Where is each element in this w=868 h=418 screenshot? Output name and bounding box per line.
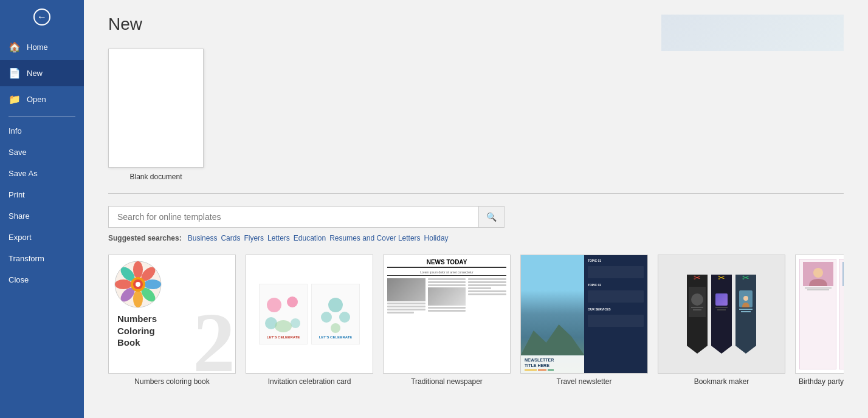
travel-section-3 <box>588 315 644 327</box>
search-input[interactable] <box>108 206 479 228</box>
birthday-text-1 <box>805 287 832 289</box>
np-text-8 <box>428 307 466 309</box>
template-invitation-card[interactable]: LET'S CELEBRATE LET'S CELEBRATE <box>246 255 373 386</box>
suggested-resumes[interactable]: Resumes and Cover Letters <box>329 234 420 242</box>
sidebar-item-open[interactable]: 📁 Open <box>0 86 84 112</box>
bookmark-ribbon-3: ✂ <box>742 273 749 283</box>
newspaper-headline: NEWS TODAY <box>387 259 506 268</box>
template-label-birthday: Birthday party invitatio... <box>795 377 844 386</box>
travel-topic-2: TOPIC 02 <box>588 283 644 287</box>
template-thumb-travel: NEWSLETTERTITLE HERE TOPIC 01 <box>520 255 648 374</box>
np-text-5 <box>428 278 466 280</box>
newspaper-columns <box>387 278 506 315</box>
travel-mountain-bg: NEWSLETTERTITLE HERE <box>521 255 584 373</box>
template-birthday-invitation[interactable]: Birthday party invitatio... <box>795 255 844 386</box>
svg-point-16 <box>275 320 292 332</box>
sidebar-item-transform[interactable]: Transform <box>0 248 84 269</box>
birthday-photo-2 <box>842 262 844 286</box>
bookmark-photo-2 <box>715 293 728 306</box>
newspaper-col-1 <box>387 278 425 315</box>
bookmark-1: ✂ <box>687 275 708 354</box>
birthday-photo-1 <box>803 262 833 286</box>
newspaper-subheader: Lorem ipsum dolor sit amet consectetur <box>387 270 506 276</box>
travel-right-panel: TOPIC 01 TOPIC 02 OUR SERVICES <box>584 255 647 373</box>
travel-services: OUR SERVICES <box>588 307 644 311</box>
search-container: 🔍 <box>108 206 844 228</box>
svg-point-5 <box>133 290 143 307</box>
search-button[interactable]: 🔍 <box>479 206 505 228</box>
blank-document-label: Blank document <box>108 173 204 181</box>
sidebar-top-nav: 🏠 Home 📄 New 📁 Open <box>0 34 84 112</box>
invite-text-right: LET'S CELEBRATE <box>319 335 353 339</box>
template-label-invitation: Invitation celebration card <box>246 377 373 386</box>
newspaper-preview: NEWS TODAY Lorem ipsum dolor sit amet co… <box>384 255 510 373</box>
template-numbers-coloring-book[interactable]: NumbersColoringBook 2 Numbers coloring b… <box>108 255 236 386</box>
np-text-15 <box>468 293 506 295</box>
suggested-letters[interactable]: Letters <box>267 234 290 242</box>
travel-title-text: NEWSLETTERTITLE HERE <box>525 358 580 368</box>
home-icon: 🏠 <box>9 41 21 53</box>
sidebar-item-export[interactable]: Export <box>0 227 84 248</box>
suggested-business[interactable]: Business <box>188 234 218 242</box>
blank-document-thumbnail[interactable] <box>108 49 204 168</box>
bookmark-photo-area-3 <box>737 283 754 320</box>
mountain-icon <box>521 318 584 355</box>
suggested-searches: Suggested searches: Business Cards Flyer… <box>108 234 844 242</box>
open-folder-icon: 📁 <box>9 94 21 105</box>
np-text-2 <box>387 306 425 307</box>
sidebar-item-print[interactable]: Print <box>0 184 84 205</box>
sidebar-item-close[interactable]: Close <box>0 269 84 290</box>
travel-line-3 <box>548 369 554 371</box>
sidebar-item-home[interactable]: 🏠 Home <box>0 34 84 60</box>
template-thumb-invitation: LET'S CELEBRATE LET'S CELEBRATE <box>246 255 373 374</box>
svg-point-19 <box>339 312 350 323</box>
svg-rect-25 <box>842 262 844 286</box>
sidebar-item-save-as[interactable]: Save As <box>0 163 84 184</box>
newspaper-img-2 <box>428 287 466 306</box>
main-header: New <box>108 15 844 34</box>
travel-decorative-lines <box>525 369 580 371</box>
sidebar-item-info[interactable]: Info <box>0 120 84 142</box>
np-text-13 <box>468 287 491 289</box>
template-bookmark-maker[interactable]: ✂ ✂ <box>658 255 785 386</box>
birthday-photo-icon <box>803 262 833 286</box>
suggested-education[interactable]: Education <box>294 234 326 242</box>
bookmark-photo-area-1 <box>689 287 706 317</box>
back-button[interactable]: ← <box>0 0 84 34</box>
bookmark-photo-fill-2 <box>715 293 728 306</box>
invite-card-right: LET'S CELEBRATE <box>311 284 360 344</box>
birthday-preview <box>796 255 844 373</box>
travel-section-1 <box>588 266 644 278</box>
template-label-numbers: Numbers coloring book <box>108 377 236 386</box>
sidebar-item-save[interactable]: Save <box>0 142 84 163</box>
template-label-newspaper: Traditional newspaper <box>383 377 511 386</box>
svg-point-1 <box>133 261 143 278</box>
template-label-bookmark: Bookmark maker <box>658 377 785 386</box>
svg-point-12 <box>267 298 281 312</box>
template-thumb-newspaper: NEWS TODAY Lorem ipsum dolor sit amet co… <box>383 255 511 374</box>
svg-marker-21 <box>521 324 584 355</box>
bookmark-photo-circle-1 <box>691 293 703 306</box>
sidebar-item-new-label: New <box>27 69 43 78</box>
svg-point-20 <box>331 323 340 333</box>
person-icon <box>741 295 751 307</box>
sidebar-item-share[interactable]: Share <box>0 205 84 227</box>
bookmark-text-6 <box>741 311 751 312</box>
section-divider <box>108 193 844 194</box>
svg-point-11 <box>136 282 140 287</box>
suggested-flyers[interactable]: Flyers <box>244 234 264 242</box>
birthday-text-2 <box>807 289 829 290</box>
travel-line-1 <box>525 369 537 371</box>
invite-floral-right <box>314 293 357 335</box>
bookmark-photo-area-2 <box>713 287 730 317</box>
svg-point-18 <box>321 312 332 323</box>
suggested-holiday[interactable]: Holiday <box>424 234 449 242</box>
new-doc-icon: 📄 <box>9 67 21 79</box>
sidebar-item-new[interactable]: 📄 New <box>0 60 84 86</box>
template-newspaper[interactable]: NEWS TODAY Lorem ipsum dolor sit amet co… <box>383 255 511 386</box>
svg-point-7 <box>115 279 132 289</box>
main-content: New Blank document 🔍 Suggested searches:… <box>84 0 868 418</box>
template-travel-newsletter[interactable]: NEWSLETTERTITLE HERE TOPIC 01 <box>520 255 648 386</box>
sidebar-divider <box>9 116 75 117</box>
suggested-cards[interactable]: Cards <box>221 234 240 242</box>
